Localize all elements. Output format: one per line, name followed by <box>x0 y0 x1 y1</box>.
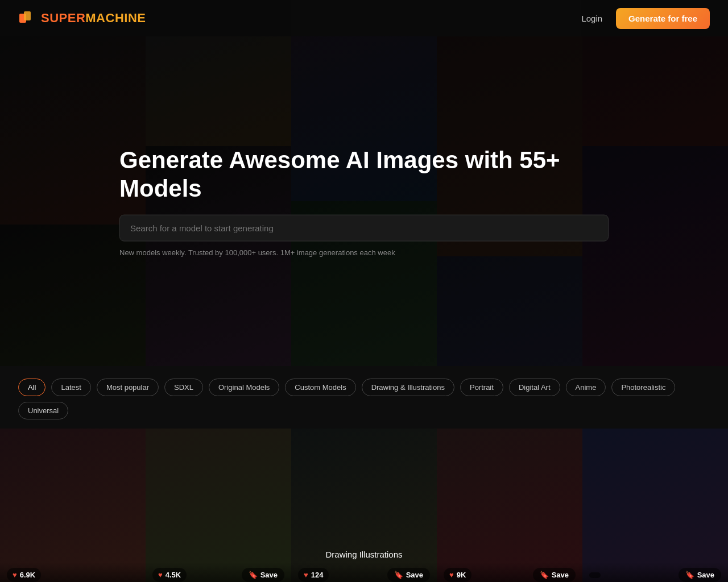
generate-button[interactable]: Generate for free <box>616 8 710 29</box>
gallery-card-1[interactable]: ♥6.9K <box>0 429 146 582</box>
card-save-button-3[interactable]: 🔖Save <box>387 568 430 582</box>
logo[interactable]: SUPERMACHINE <box>18 9 146 27</box>
filter-tag-digital-art[interactable]: Digital Art <box>509 379 560 396</box>
filter-tag-photorealistic[interactable]: Photorealistic <box>611 379 675 396</box>
hero-title: Generate Awesome AI Images with 55+ Mode… <box>119 146 609 203</box>
heart-icon: ♥ <box>304 571 308 579</box>
gallery-section: AllLatestMost popularSDXLOriginal Models… <box>0 366 728 582</box>
search-input[interactable] <box>119 214 609 241</box>
hero-subtext: New models weekly. Trusted by 100,000+ u… <box>119 248 609 256</box>
gallery-card-5[interactable]: 🔖Save <box>582 429 728 582</box>
nav-actions: Login Generate for free <box>581 8 710 29</box>
heart-icon: ♥ <box>158 571 163 579</box>
filter-tag-most-popular[interactable]: Most popular <box>97 379 159 396</box>
card-stat-5 <box>589 572 601 578</box>
gallery-row: ♥6.9K♥4.5K🔖Save♥124🔖SaveDrawing Illustra… <box>0 429 728 582</box>
gallery-card-2[interactable]: ♥4.5K🔖Save <box>146 429 291 582</box>
hero-content: Generate Awesome AI Images with 55+ Mode… <box>119 146 609 257</box>
svg-rect-1 <box>24 11 31 20</box>
filter-bar: AllLatestMost popularSDXLOriginal Models… <box>0 366 728 429</box>
card-save-button-4[interactable]: 🔖Save <box>533 568 576 582</box>
card-stat-4: ♥9K <box>444 568 471 582</box>
card-save-button-2[interactable]: 🔖Save <box>242 568 284 582</box>
bookmark-icon: 🔖 <box>685 571 694 579</box>
heart-icon: ♥ <box>13 571 17 579</box>
filter-tag-custom-models[interactable]: Custom Models <box>285 379 355 396</box>
filter-tag-drawing-illustrations[interactable]: Drawing & Illustrations <box>362 379 454 396</box>
card-overlay-2: ♥4.5K🔖Save <box>146 562 291 582</box>
filter-tag-sdxl[interactable]: SDXL <box>164 379 203 396</box>
heart-icon: ♥ <box>449 571 454 579</box>
filter-tag-original-models[interactable]: Original Models <box>209 379 279 396</box>
filter-tag-universal[interactable]: Universal <box>18 402 68 419</box>
card-save-button-5[interactable]: 🔖Save <box>679 568 721 582</box>
card-overlay-4: ♥9K🔖Save <box>437 562 582 582</box>
filter-tag-portrait[interactable]: Portrait <box>460 379 503 396</box>
logo-icon <box>18 9 36 27</box>
card-overlay-3: ♥124🔖Save <box>291 562 437 582</box>
card-overlay-5: 🔖Save <box>582 562 728 582</box>
hero-section: Generate Awesome AI Images with 55+ Mode… <box>0 36 728 366</box>
logo-text: SUPERMACHINE <box>41 11 146 26</box>
card-stat-2: ♥4.5K <box>152 568 187 582</box>
card-stat-1: ♥6.9K <box>7 568 41 582</box>
navbar: SUPERMACHINE Login Generate for free <box>0 0 728 36</box>
card-label-3: Drawing Illustrations <box>325 550 402 559</box>
filter-tag-all[interactable]: All <box>18 379 46 396</box>
card-stat-3: ♥124 <box>298 568 329 582</box>
filter-tag-anime[interactable]: Anime <box>566 379 606 396</box>
filter-tag-latest[interactable]: Latest <box>51 379 90 396</box>
bookmark-icon: 🔖 <box>249 571 258 579</box>
bookmark-icon: 🔖 <box>394 571 403 579</box>
gallery-card-4[interactable]: ♥9K🔖Save <box>437 429 582 582</box>
bookmark-icon: 🔖 <box>540 571 549 579</box>
gallery-card-3[interactable]: ♥124🔖SaveDrawing Illustrations <box>291 429 437 582</box>
login-button[interactable]: Login <box>581 14 602 23</box>
card-overlay-1: ♥6.9K <box>0 562 146 582</box>
